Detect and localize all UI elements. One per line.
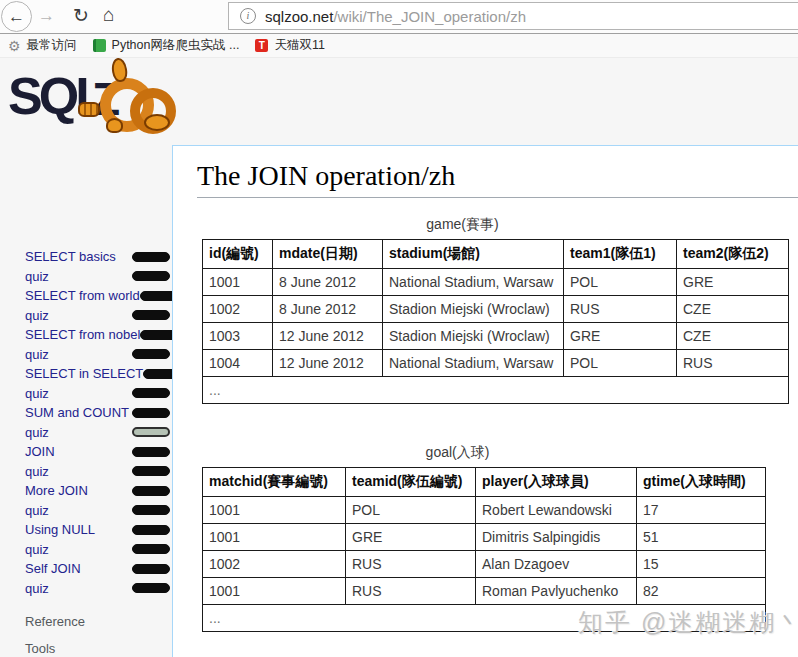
game-table: id(編號)mdate(日期)stadium(場館)team1(隊伍1)team… <box>202 239 789 404</box>
sidebar-item: SELECT from world <box>25 286 170 306</box>
sidebar-link-quiz[interactable]: quiz <box>25 347 49 362</box>
bookmark-most-visited[interactable]: ⚙ 最常访问 <box>0 37 77 54</box>
site-info-icon[interactable]: i <box>240 8 256 24</box>
rabbit-icon <box>144 114 170 131</box>
content-area: The JOIN operation/zh game(賽事) id(編號)mda… <box>172 145 798 657</box>
forward-icon: → <box>38 6 55 25</box>
sidebar-item: quiz <box>25 423 170 443</box>
column-header: team1(隊伍1) <box>564 240 677 269</box>
table-cell: RUS <box>346 578 476 605</box>
tmall-icon: T <box>255 39 268 52</box>
sqlzoo-logo[interactable]: SQL Z <box>6 62 176 144</box>
header-row: id(編號)mdate(日期)stadium(場館)team1(隊伍1)team… <box>203 240 789 269</box>
table-cell: 8 June 2012 <box>273 296 383 323</box>
sidebar-link-self-join[interactable]: Self JOIN <box>25 561 81 576</box>
sidebar-link-select-from-nobel[interactable]: SELECT from nobel <box>25 327 140 342</box>
table-row: 10028 June 2012Stadion Miejski (Wroclaw)… <box>203 296 789 323</box>
table-cell: 8 June 2012 <box>273 269 383 296</box>
table-cell: 12 June 2012 <box>273 350 383 377</box>
sidebar-link-quiz[interactable]: quiz <box>25 425 49 440</box>
sidebar-link-more-join[interactable]: More JOIN <box>25 483 88 498</box>
ellipsis-cell: ... <box>203 605 766 632</box>
goal-table: matchid(賽事編號)teamid(隊伍編號)player(入球球員)gti… <box>202 467 766 632</box>
bookmark-tmall[interactable]: T 天猫双11 <box>239 37 324 54</box>
sidebar-link-quiz[interactable]: quiz <box>25 269 49 284</box>
table-cell: 1003 <box>203 323 273 350</box>
sidebar-item: quiz <box>25 501 170 521</box>
sidebar-nav: SELECT basicsquizSELECT from worldquizSE… <box>25 247 170 656</box>
sidebar-link-select-from-world[interactable]: SELECT from world <box>25 288 140 303</box>
table-cell: 1001 <box>203 524 346 551</box>
table-row: 1001GREDimitris Salpingidis51 <box>203 524 766 551</box>
table-cell: 51 <box>637 524 766 551</box>
progress-pill-black <box>132 271 170 281</box>
table-cell: 17 <box>637 497 766 524</box>
column-header: stadium(場館) <box>383 240 564 269</box>
table-row: 1002RUSAlan Dzagoev15 <box>203 551 766 578</box>
sidebar-item: quiz <box>25 384 170 404</box>
sidebar-link-quiz[interactable]: quiz <box>25 308 49 323</box>
progress-pill-black <box>132 349 170 359</box>
sidebar-link-quiz[interactable]: quiz <box>25 503 49 518</box>
forward-button[interactable]: → <box>38 6 55 26</box>
sidebar-link-quiz[interactable]: quiz <box>25 542 49 557</box>
browser-toolbar: ← → ↻ ⌂ i sqlzoo.net/wiki/The_JOIN_opera… <box>0 0 798 34</box>
gear-icon: ⚙ <box>8 38 21 54</box>
table-cell: Stadion Miejski (Wroclaw) <box>383 296 564 323</box>
column-header: matchid(賽事編號) <box>203 468 346 497</box>
table-cell: National Stadium, Warsaw <box>383 350 564 377</box>
tiger-icon <box>78 102 100 117</box>
home-button[interactable]: ⌂ <box>103 4 114 26</box>
sidebar-item-reference[interactable]: Reference <box>25 614 170 629</box>
sidebar-item: quiz <box>25 540 170 560</box>
table-cell: POL <box>564 350 677 377</box>
sidebar-item: Using NULL <box>25 520 170 540</box>
table-cell: GRE <box>677 269 789 296</box>
sidebar-link-quiz[interactable]: quiz <box>25 386 49 401</box>
table-cell: 1001 <box>203 578 346 605</box>
progress-pill-black <box>132 388 170 398</box>
table-caption-goal: goal(入球) <box>202 444 713 462</box>
table-row: 1001POLRobert Lewandowski17 <box>203 497 766 524</box>
table-cell: Roman Pavlyuchenko <box>476 578 637 605</box>
sidebar-link-join[interactable]: JOIN <box>25 444 55 459</box>
sidebar-link-select-basics[interactable]: SELECT basics <box>25 249 116 264</box>
progress-pill-black <box>132 466 170 476</box>
header-row: matchid(賽事編號)teamid(隊伍編號)player(入球球員)gti… <box>203 468 766 497</box>
table-row: 100412 June 2012National Stadium, Warsaw… <box>203 350 789 377</box>
sidebar-item: quiz <box>25 345 170 365</box>
table-cell: Dimitris Salpingidis <box>476 524 637 551</box>
sidebar-item: quiz <box>25 306 170 326</box>
progress-pill-black <box>132 525 170 535</box>
progress-pill-black <box>132 408 170 418</box>
column-header: mdate(日期) <box>273 240 383 269</box>
sidebar-link-quiz[interactable]: quiz <box>25 581 49 596</box>
sidebar-link-sum-and-count[interactable]: SUM and COUNT <box>25 405 129 420</box>
address-bar[interactable]: i sqlzoo.net/wiki/The_JOIN_operation/zh <box>228 2 798 30</box>
ellipsis-row: ... <box>203 605 766 632</box>
animal-icon <box>106 118 123 133</box>
table-cell: 1002 <box>203 551 346 578</box>
table-row: 100312 June 2012Stadion Miejski (Wroclaw… <box>203 323 789 350</box>
sidebar-link-select-in-select[interactable]: SELECT in SELECT <box>25 366 143 381</box>
ellipsis-cell: ... <box>203 377 789 404</box>
column-header: player(入球球員) <box>476 468 637 497</box>
table-cell: Alan Dzagoev <box>476 551 637 578</box>
tables-wrap: game(賽事) id(編號)mdate(日期)stadium(場館)team1… <box>173 216 798 632</box>
sidebar-link-quiz[interactable]: quiz <box>25 464 49 479</box>
sidebar-item: More JOIN <box>25 481 170 501</box>
table-cell: 15 <box>637 551 766 578</box>
table-cell: POL <box>564 269 677 296</box>
sidebar-link-using-null[interactable]: Using NULL <box>25 522 95 537</box>
table-cell: CZE <box>677 323 789 350</box>
sidebar-item: SELECT in SELECT <box>25 364 170 384</box>
progress-pill-black <box>132 583 170 593</box>
table-cell: RUS <box>564 296 677 323</box>
sidebar-item-tools[interactable]: Tools <box>25 641 170 656</box>
sidebar-item: quiz <box>25 267 170 287</box>
column-header: gtime(入球時間) <box>637 468 766 497</box>
reload-button[interactable]: ↻ <box>73 4 89 27</box>
back-button[interactable]: ← <box>1 1 32 32</box>
url-host: sqlzoo.net <box>265 8 333 25</box>
bookmark-python-crawler[interactable]: Python网络爬虫实战 ... <box>77 37 240 54</box>
